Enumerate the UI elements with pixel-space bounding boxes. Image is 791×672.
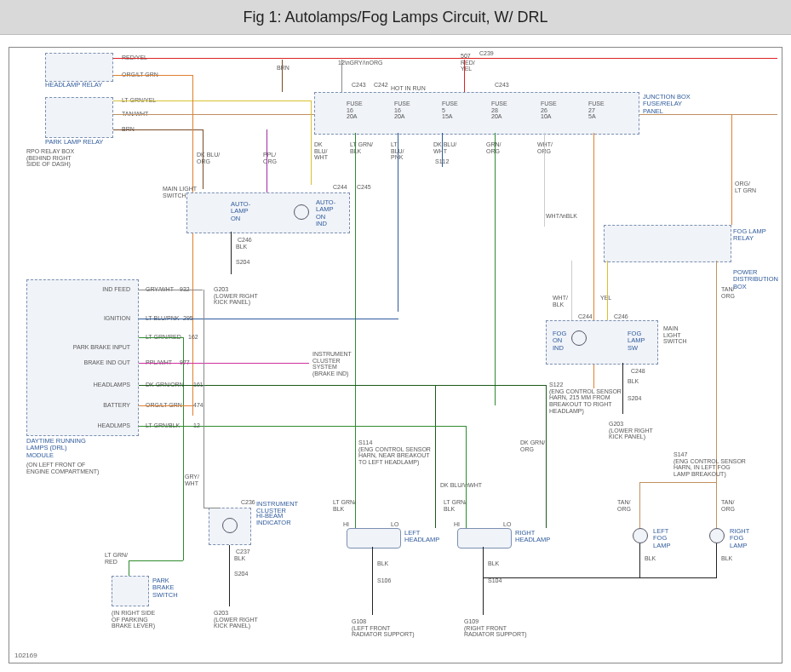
s147: S147 (ENG CONTROL SENSOR HARN, IN LEFT F…	[673, 451, 746, 478]
drl-p6-l: HEADLAMPS	[74, 382, 130, 388]
hi2: HI	[454, 521, 460, 528]
wiring-diagram: HEADLAMP RELAY PARK LAMP RELAY RPO RELAY…	[9, 47, 782, 663]
hi1: HI	[343, 521, 349, 528]
w-pplorg: PPL/ ORG	[263, 152, 277, 164]
right-fog-lamp-icon	[709, 528, 725, 543]
w-dkgrnorg: DK GRN/ ORG	[520, 439, 545, 452]
s204-1: S204	[236, 259, 249, 266]
power-dist-box: POWER DISTRIBUTION BOX	[733, 269, 778, 290]
c242-1: C242	[374, 82, 388, 89]
g203-1: G203 (LOWER RIGHT KICK PANEL)	[214, 286, 258, 306]
w-brn2: BRN	[277, 65, 289, 72]
w-tanorg-l: TAN/ ORG	[617, 499, 631, 512]
autolamp-on-ind: AUTO- LAMP ON IND	[316, 199, 335, 227]
fog-lamp-relay-label: FOG LAMP RELAY	[733, 228, 766, 243]
left-fog-lamp-icon	[633, 528, 648, 543]
drl-p5-l: BRAKE IND OUT	[59, 359, 130, 366]
main-light-sw2: MAIN LIGHT SWITCH	[663, 325, 687, 345]
rpo-relay-box-label: RPO RELAY BOX (BEHIND RIGHT SIDE OF DASH…	[26, 148, 74, 168]
w-tanorg-r: TAN/ ORG	[721, 286, 735, 299]
right-headlamp-box	[457, 528, 512, 549]
s204-2: S204	[628, 395, 641, 402]
left-headlamp-box	[347, 528, 401, 549]
inst-cluster-label: INSTRUMENT CLUSTER	[256, 501, 298, 515]
parklamp-relay-label: PARK LAMP RELAY	[45, 139, 103, 146]
g203-2: G203 (LOWER RIGHT KICK PANEL)	[609, 421, 653, 440]
wht-blk2: WHT/\nBLK	[546, 213, 577, 220]
lo2: LO	[503, 521, 511, 528]
drl-p0-l: IND FEED	[83, 286, 130, 293]
fog-ind-icon	[571, 330, 587, 346]
drl-p7-l: BATTERY	[83, 402, 130, 409]
autolamp-lamp-icon	[294, 204, 309, 220]
c239: C239	[479, 50, 494, 57]
blk-rf: BLK	[721, 555, 732, 562]
image-id: 102169	[14, 652, 37, 659]
c237: C237	[236, 549, 250, 555]
c248: C248	[631, 368, 645, 375]
c246-2: C246	[614, 313, 628, 320]
drl-p3-c: 162	[188, 334, 198, 341]
w-ltgrnred: LT GRN/ RED	[105, 552, 128, 565]
drl-p4-l: PARK BRAKE INPUT	[59, 344, 130, 351]
right-fog-lamp: RIGHT FOG LAMP	[730, 528, 749, 549]
w-grywht: GRY/ WHT	[185, 474, 199, 486]
autolamp-on: AUTO- LAMP ON	[231, 201, 250, 222]
fuse-4: FUSE 26 10A	[541, 101, 557, 120]
drl-module-box	[26, 279, 139, 436]
c236: C236	[241, 499, 255, 506]
ltgrnblk-r: LT GRN/ BLK	[444, 499, 467, 512]
w-grnorg: GRN/ ORG	[486, 141, 502, 154]
hot-in-run: HOT IN RUN	[391, 85, 426, 92]
w-orgltgrn2: ORG/ LT GRN	[735, 181, 756, 193]
g109: G109 (RIGHT FRONT RADIATOR SUPPORT)	[464, 618, 527, 638]
blk-lh: BLK	[377, 560, 388, 567]
headlamp-relay-box	[45, 53, 113, 82]
c244-2: C244	[578, 313, 593, 320]
blk-lf: BLK	[645, 555, 656, 562]
ltgrnblk-l: LT GRN/ BLK	[333, 499, 356, 512]
fuse-5: FUSE 27 5A	[588, 101, 605, 120]
w-tanorg-r2: TAN/ ORG	[721, 499, 735, 512]
w-dkbluwht: DK BLU/ WHT	[314, 141, 328, 161]
w-ltgrnblk: LT GRN/ BLK	[350, 141, 373, 154]
fog-lamp-sw: FOG LAMP SW	[628, 330, 645, 352]
headlamp-relay-label: HEADLAMP RELAY	[45, 82, 102, 89]
w-dkbluorg: DK BLU/ ORG	[197, 152, 220, 164]
s106: S106	[377, 577, 391, 584]
s204-3: S204	[234, 571, 248, 577]
fog-lamp-relay-box	[604, 225, 731, 262]
fog-on-ind: FOG ON IND	[553, 330, 566, 352]
blk1: BLK	[236, 244, 247, 250]
c246: C246	[238, 237, 252, 244]
g108: G108 (LEFT FRONT RADIATOR SUPPORT)	[352, 618, 415, 638]
drl-p7-c: 474	[193, 402, 203, 409]
left-fog-lamp: LEFT FOG LAMP	[653, 528, 670, 549]
fuse-0: FUSE 16 20A	[347, 101, 363, 120]
blk-fog: BLK	[628, 378, 639, 385]
left-headlamp: LEFT HEADLAMP	[404, 530, 439, 544]
lo1: LO	[391, 521, 398, 528]
w-redyel2: 507 RED/ YEL	[461, 53, 475, 72]
s114: S114 (ENG CONTROL SENSOR HARN, NEAR BREA…	[358, 439, 431, 466]
junction-box-label: JUNCTION BOX FUSE/RELAY PANEL	[643, 94, 691, 115]
drl-p8-l: HEADLMPS	[74, 422, 130, 429]
c245: C245	[357, 184, 371, 191]
hi-beam-icon	[222, 518, 238, 533]
w-whtblk: WHT/ BLK	[553, 295, 568, 307]
c244: C244	[333, 184, 347, 191]
s122: S122 (ENG CONTROL SENSOR HARN, 215 MM FR…	[549, 382, 622, 414]
w-yel: YEL	[600, 295, 611, 302]
w-dkbluwht2: DK BLU/ WHT	[433, 141, 456, 154]
park-brake-sw-box	[112, 576, 149, 606]
s104: S104	[488, 577, 502, 584]
drl-module-loc: (ON LEFT FRONT OF ENGINE COMPARTMENT)	[26, 462, 99, 474]
figure-title: Fig 1: Autolamps/Fog Lamps Circuit, W/ D…	[0, 0, 791, 35]
blk-hb: BLK	[234, 555, 245, 562]
park-brake-loc: (IN RIGHT SIDE OF PARKING BRAKE LEVER)	[112, 610, 155, 629]
drl-p2-l: IGNITION	[83, 315, 130, 322]
blk-rh: BLK	[488, 560, 499, 567]
drl-module-title: DAYTIME RUNNING LAMPS (DRL) MODULE	[26, 438, 86, 459]
c243-1: C243	[352, 82, 366, 89]
w-gryorg: 12\nGRY/\nORG	[338, 60, 382, 66]
